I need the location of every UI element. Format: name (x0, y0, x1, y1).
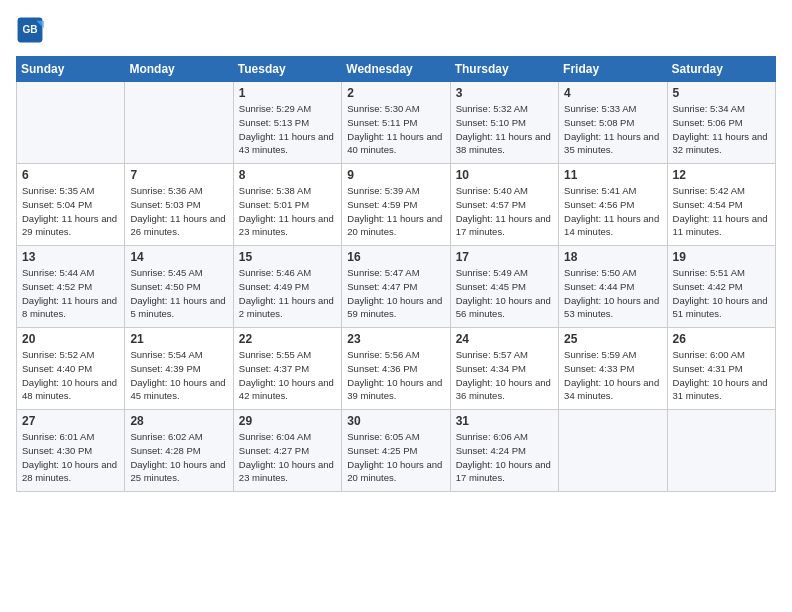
day-number: 9 (347, 168, 444, 182)
day-number: 11 (564, 168, 661, 182)
calendar-cell: 1Sunrise: 5:29 AMSunset: 5:13 PMDaylight… (233, 82, 341, 164)
day-info: Sunrise: 5:56 AMSunset: 4:36 PMDaylight:… (347, 348, 444, 403)
calendar-cell: 23Sunrise: 5:56 AMSunset: 4:36 PMDayligh… (342, 328, 450, 410)
calendar-week-row: 13Sunrise: 5:44 AMSunset: 4:52 PMDayligh… (17, 246, 776, 328)
day-info: Sunrise: 5:41 AMSunset: 4:56 PMDaylight:… (564, 184, 661, 239)
weekday-header: Wednesday (342, 57, 450, 82)
day-info: Sunrise: 5:47 AMSunset: 4:47 PMDaylight:… (347, 266, 444, 321)
day-number: 20 (22, 332, 119, 346)
weekday-header: Friday (559, 57, 667, 82)
calendar-week-row: 1Sunrise: 5:29 AMSunset: 5:13 PMDaylight… (17, 82, 776, 164)
day-info: Sunrise: 5:52 AMSunset: 4:40 PMDaylight:… (22, 348, 119, 403)
day-number: 3 (456, 86, 553, 100)
day-info: Sunrise: 5:34 AMSunset: 5:06 PMDaylight:… (673, 102, 770, 157)
day-info: Sunrise: 5:40 AMSunset: 4:57 PMDaylight:… (456, 184, 553, 239)
logo-icon: GB (16, 16, 44, 44)
day-number: 7 (130, 168, 227, 182)
calendar-cell (559, 410, 667, 492)
calendar-table: SundayMondayTuesdayWednesdayThursdayFrid… (16, 56, 776, 492)
calendar-cell: 27Sunrise: 6:01 AMSunset: 4:30 PMDayligh… (17, 410, 125, 492)
calendar-cell: 25Sunrise: 5:59 AMSunset: 4:33 PMDayligh… (559, 328, 667, 410)
calendar-cell: 14Sunrise: 5:45 AMSunset: 4:50 PMDayligh… (125, 246, 233, 328)
page-header: GB (16, 16, 776, 44)
day-number: 25 (564, 332, 661, 346)
day-number: 17 (456, 250, 553, 264)
day-info: Sunrise: 5:36 AMSunset: 5:03 PMDaylight:… (130, 184, 227, 239)
day-number: 6 (22, 168, 119, 182)
day-number: 13 (22, 250, 119, 264)
day-info: Sunrise: 5:32 AMSunset: 5:10 PMDaylight:… (456, 102, 553, 157)
day-info: Sunrise: 5:55 AMSunset: 4:37 PMDaylight:… (239, 348, 336, 403)
calendar-week-row: 6Sunrise: 5:35 AMSunset: 5:04 PMDaylight… (17, 164, 776, 246)
day-info: Sunrise: 5:38 AMSunset: 5:01 PMDaylight:… (239, 184, 336, 239)
weekday-header: Saturday (667, 57, 775, 82)
calendar-cell: 28Sunrise: 6:02 AMSunset: 4:28 PMDayligh… (125, 410, 233, 492)
calendar-cell: 8Sunrise: 5:38 AMSunset: 5:01 PMDaylight… (233, 164, 341, 246)
day-info: Sunrise: 5:49 AMSunset: 4:45 PMDaylight:… (456, 266, 553, 321)
calendar-header: SundayMondayTuesdayWednesdayThursdayFrid… (17, 57, 776, 82)
day-number: 18 (564, 250, 661, 264)
weekday-header: Sunday (17, 57, 125, 82)
calendar-cell: 13Sunrise: 5:44 AMSunset: 4:52 PMDayligh… (17, 246, 125, 328)
day-info: Sunrise: 5:44 AMSunset: 4:52 PMDaylight:… (22, 266, 119, 321)
day-info: Sunrise: 6:06 AMSunset: 4:24 PMDaylight:… (456, 430, 553, 485)
calendar-cell: 31Sunrise: 6:06 AMSunset: 4:24 PMDayligh… (450, 410, 558, 492)
day-number: 14 (130, 250, 227, 264)
day-info: Sunrise: 6:04 AMSunset: 4:27 PMDaylight:… (239, 430, 336, 485)
calendar-cell: 5Sunrise: 5:34 AMSunset: 5:06 PMDaylight… (667, 82, 775, 164)
day-number: 19 (673, 250, 770, 264)
calendar-cell: 6Sunrise: 5:35 AMSunset: 5:04 PMDaylight… (17, 164, 125, 246)
calendar-cell: 4Sunrise: 5:33 AMSunset: 5:08 PMDaylight… (559, 82, 667, 164)
calendar-cell: 17Sunrise: 5:49 AMSunset: 4:45 PMDayligh… (450, 246, 558, 328)
day-number: 29 (239, 414, 336, 428)
day-info: Sunrise: 5:54 AMSunset: 4:39 PMDaylight:… (130, 348, 227, 403)
calendar-cell: 19Sunrise: 5:51 AMSunset: 4:42 PMDayligh… (667, 246, 775, 328)
day-info: Sunrise: 5:30 AMSunset: 5:11 PMDaylight:… (347, 102, 444, 157)
calendar-week-row: 20Sunrise: 5:52 AMSunset: 4:40 PMDayligh… (17, 328, 776, 410)
calendar-cell (125, 82, 233, 164)
calendar-cell: 20Sunrise: 5:52 AMSunset: 4:40 PMDayligh… (17, 328, 125, 410)
day-number: 12 (673, 168, 770, 182)
day-info: Sunrise: 5:46 AMSunset: 4:49 PMDaylight:… (239, 266, 336, 321)
weekday-header: Monday (125, 57, 233, 82)
day-info: Sunrise: 5:35 AMSunset: 5:04 PMDaylight:… (22, 184, 119, 239)
day-number: 8 (239, 168, 336, 182)
day-info: Sunrise: 5:57 AMSunset: 4:34 PMDaylight:… (456, 348, 553, 403)
day-number: 4 (564, 86, 661, 100)
day-number: 27 (22, 414, 119, 428)
calendar-cell: 21Sunrise: 5:54 AMSunset: 4:39 PMDayligh… (125, 328, 233, 410)
day-info: Sunrise: 6:02 AMSunset: 4:28 PMDaylight:… (130, 430, 227, 485)
calendar-cell: 7Sunrise: 5:36 AMSunset: 5:03 PMDaylight… (125, 164, 233, 246)
day-number: 15 (239, 250, 336, 264)
day-number: 10 (456, 168, 553, 182)
day-info: Sunrise: 6:05 AMSunset: 4:25 PMDaylight:… (347, 430, 444, 485)
weekday-header: Tuesday (233, 57, 341, 82)
calendar-cell: 11Sunrise: 5:41 AMSunset: 4:56 PMDayligh… (559, 164, 667, 246)
calendar-cell: 24Sunrise: 5:57 AMSunset: 4:34 PMDayligh… (450, 328, 558, 410)
calendar-cell: 16Sunrise: 5:47 AMSunset: 4:47 PMDayligh… (342, 246, 450, 328)
logo: GB (16, 16, 48, 44)
calendar-cell: 9Sunrise: 5:39 AMSunset: 4:59 PMDaylight… (342, 164, 450, 246)
day-info: Sunrise: 5:29 AMSunset: 5:13 PMDaylight:… (239, 102, 336, 157)
day-info: Sunrise: 6:00 AMSunset: 4:31 PMDaylight:… (673, 348, 770, 403)
day-number: 22 (239, 332, 336, 346)
day-info: Sunrise: 5:45 AMSunset: 4:50 PMDaylight:… (130, 266, 227, 321)
day-info: Sunrise: 5:42 AMSunset: 4:54 PMDaylight:… (673, 184, 770, 239)
day-number: 31 (456, 414, 553, 428)
day-number: 1 (239, 86, 336, 100)
calendar-cell: 22Sunrise: 5:55 AMSunset: 4:37 PMDayligh… (233, 328, 341, 410)
day-number: 5 (673, 86, 770, 100)
calendar-week-row: 27Sunrise: 6:01 AMSunset: 4:30 PMDayligh… (17, 410, 776, 492)
calendar-cell (17, 82, 125, 164)
calendar-cell: 29Sunrise: 6:04 AMSunset: 4:27 PMDayligh… (233, 410, 341, 492)
calendar-cell: 3Sunrise: 5:32 AMSunset: 5:10 PMDaylight… (450, 82, 558, 164)
day-number: 28 (130, 414, 227, 428)
calendar-cell (667, 410, 775, 492)
svg-text:GB: GB (22, 24, 37, 35)
calendar-cell: 10Sunrise: 5:40 AMSunset: 4:57 PMDayligh… (450, 164, 558, 246)
calendar-cell: 12Sunrise: 5:42 AMSunset: 4:54 PMDayligh… (667, 164, 775, 246)
day-info: Sunrise: 6:01 AMSunset: 4:30 PMDaylight:… (22, 430, 119, 485)
calendar-cell: 2Sunrise: 5:30 AMSunset: 5:11 PMDaylight… (342, 82, 450, 164)
day-number: 26 (673, 332, 770, 346)
day-info: Sunrise: 5:59 AMSunset: 4:33 PMDaylight:… (564, 348, 661, 403)
